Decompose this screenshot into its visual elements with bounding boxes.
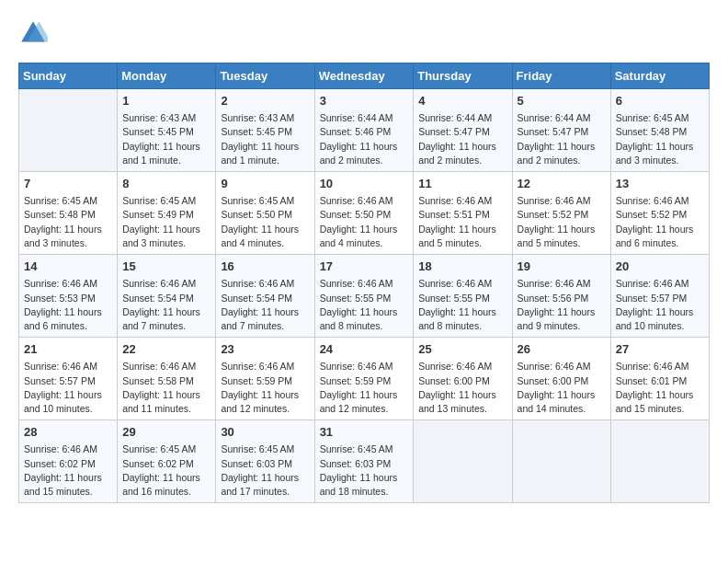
day-info: Sunrise: 6:46 AMSunset: 5:59 PMDaylight:… — [221, 360, 309, 416]
day-number: 10 — [320, 176, 409, 192]
header-row: SundayMondayTuesdayWednesdayThursdayFrid… — [19, 63, 710, 89]
calendar-cell: 15Sunrise: 6:46 AMSunset: 5:54 PMDayligh… — [118, 255, 216, 338]
calendar-cell: 19Sunrise: 6:46 AMSunset: 5:56 PMDayligh… — [512, 255, 610, 338]
calendar-cell: 17Sunrise: 6:46 AMSunset: 5:55 PMDayligh… — [314, 255, 414, 338]
day-number: 30 — [221, 424, 309, 441]
day-info: Sunrise: 6:46 AMSunset: 5:52 PMDaylight:… — [616, 194, 704, 250]
calendar-cell — [610, 420, 709, 503]
calendar-week-1: 1Sunrise: 6:43 AMSunset: 5:45 PMDaylight… — [19, 89, 710, 172]
day-info: Sunrise: 6:45 AMSunset: 6:03 PMDaylight:… — [221, 442, 309, 499]
day-info: Sunrise: 6:46 AMSunset: 5:55 PMDaylight:… — [418, 277, 506, 333]
day-number: 4 — [418, 93, 506, 109]
day-number: 20 — [616, 259, 704, 275]
calendar-cell: 22Sunrise: 6:46 AMSunset: 5:58 PMDayligh… — [118, 338, 216, 420]
header-cell-sunday: Sunday — [19, 63, 118, 89]
day-number: 3 — [320, 93, 409, 109]
calendar-cell: 24Sunrise: 6:46 AMSunset: 5:59 PMDayligh… — [314, 338, 414, 420]
day-number: 6 — [616, 93, 704, 109]
day-info: Sunrise: 6:45 AMSunset: 6:03 PMDaylight:… — [320, 442, 409, 499]
calendar-cell: 12Sunrise: 6:46 AMSunset: 5:52 PMDayligh… — [512, 172, 610, 255]
calendar-cell: 11Sunrise: 6:46 AMSunset: 5:51 PMDayligh… — [414, 172, 512, 255]
calendar-cell: 7Sunrise: 6:45 AMSunset: 5:48 PMDaylight… — [19, 172, 118, 255]
day-info: Sunrise: 6:46 AMSunset: 5:55 PMDaylight:… — [320, 277, 409, 333]
calendar-cell: 20Sunrise: 6:46 AMSunset: 5:57 PMDayligh… — [610, 255, 709, 338]
header-cell-saturday: Saturday — [610, 63, 709, 89]
day-info: Sunrise: 6:44 AMSunset: 5:47 PMDaylight:… — [518, 111, 606, 167]
header-cell-thursday: Thursday — [414, 63, 512, 89]
day-info: Sunrise: 6:44 AMSunset: 5:47 PMDaylight:… — [418, 111, 506, 167]
calendar-cell: 16Sunrise: 6:46 AMSunset: 5:54 PMDayligh… — [216, 255, 314, 338]
day-number: 7 — [24, 176, 112, 192]
page-header — [18, 18, 710, 48]
day-number: 31 — [320, 424, 409, 441]
day-number: 12 — [518, 176, 606, 192]
day-info: Sunrise: 6:45 AMSunset: 5:50 PMDaylight:… — [221, 194, 309, 250]
day-number: 15 — [122, 259, 210, 275]
day-number: 19 — [518, 259, 606, 275]
day-number: 18 — [418, 259, 506, 275]
day-number: 21 — [24, 341, 112, 358]
day-number: 9 — [221, 176, 309, 192]
day-info: Sunrise: 6:46 AMSunset: 5:58 PMDaylight:… — [122, 360, 210, 416]
day-number: 24 — [320, 341, 409, 358]
day-info: Sunrise: 6:46 AMSunset: 5:59 PMDaylight:… — [320, 360, 409, 416]
calendar-cell: 13Sunrise: 6:46 AMSunset: 5:52 PMDayligh… — [610, 172, 709, 255]
calendar-cell — [512, 420, 610, 503]
day-info: Sunrise: 6:45 AMSunset: 5:48 PMDaylight:… — [24, 194, 112, 250]
header-cell-friday: Friday — [512, 63, 610, 89]
day-number: 14 — [24, 259, 112, 275]
calendar-cell: 3Sunrise: 6:44 AMSunset: 5:46 PMDaylight… — [314, 89, 414, 172]
calendar-cell: 30Sunrise: 6:45 AMSunset: 6:03 PMDayligh… — [216, 420, 314, 503]
header-cell-tuesday: Tuesday — [216, 63, 314, 89]
calendar-table: SundayMondayTuesdayWednesdayThursdayFrid… — [18, 63, 710, 503]
calendar-cell: 14Sunrise: 6:46 AMSunset: 5:53 PMDayligh… — [19, 255, 118, 338]
day-number: 27 — [616, 341, 704, 358]
logo-icon — [18, 18, 48, 48]
calendar-cell: 9Sunrise: 6:45 AMSunset: 5:50 PMDaylight… — [216, 172, 314, 255]
day-number: 22 — [122, 341, 210, 358]
day-info: Sunrise: 6:46 AMSunset: 5:57 PMDaylight:… — [616, 277, 704, 333]
day-info: Sunrise: 6:46 AMSunset: 5:51 PMDaylight:… — [418, 194, 506, 250]
day-info: Sunrise: 6:46 AMSunset: 5:57 PMDaylight:… — [24, 360, 112, 416]
calendar-week-4: 21Sunrise: 6:46 AMSunset: 5:57 PMDayligh… — [19, 338, 710, 420]
calendar-cell: 29Sunrise: 6:45 AMSunset: 6:02 PMDayligh… — [118, 420, 216, 503]
calendar-cell — [19, 89, 118, 172]
logo — [18, 18, 51, 48]
calendar-cell — [414, 420, 512, 503]
day-info: Sunrise: 6:46 AMSunset: 5:53 PMDaylight:… — [24, 277, 112, 333]
day-number: 1 — [122, 93, 210, 109]
calendar-cell: 5Sunrise: 6:44 AMSunset: 5:47 PMDaylight… — [512, 89, 610, 172]
day-info: Sunrise: 6:46 AMSunset: 6:01 PMDaylight:… — [616, 360, 704, 416]
day-info: Sunrise: 6:46 AMSunset: 6:00 PMDaylight:… — [518, 360, 606, 416]
calendar-week-2: 7Sunrise: 6:45 AMSunset: 5:48 PMDaylight… — [19, 172, 710, 255]
calendar-week-5: 28Sunrise: 6:46 AMSunset: 6:02 PMDayligh… — [19, 420, 710, 503]
day-info: Sunrise: 6:46 AMSunset: 5:50 PMDaylight:… — [320, 194, 409, 250]
day-number: 23 — [221, 341, 309, 358]
day-number: 2 — [221, 93, 309, 109]
day-number: 13 — [616, 176, 704, 192]
day-number: 28 — [24, 424, 112, 441]
day-info: Sunrise: 6:43 AMSunset: 5:45 PMDaylight:… — [122, 111, 210, 167]
calendar-cell: 10Sunrise: 6:46 AMSunset: 5:50 PMDayligh… — [314, 172, 414, 255]
calendar-cell: 2Sunrise: 6:43 AMSunset: 5:45 PMDaylight… — [216, 89, 314, 172]
calendar-cell: 27Sunrise: 6:46 AMSunset: 6:01 PMDayligh… — [610, 338, 709, 420]
day-info: Sunrise: 6:46 AMSunset: 5:56 PMDaylight:… — [518, 277, 606, 333]
calendar-header: SundayMondayTuesdayWednesdayThursdayFrid… — [19, 63, 710, 89]
calendar-cell: 26Sunrise: 6:46 AMSunset: 6:00 PMDayligh… — [512, 338, 610, 420]
day-info: Sunrise: 6:44 AMSunset: 5:46 PMDaylight:… — [320, 111, 409, 167]
calendar-cell: 1Sunrise: 6:43 AMSunset: 5:45 PMDaylight… — [118, 89, 216, 172]
day-number: 25 — [418, 341, 506, 358]
day-number: 17 — [320, 259, 409, 275]
calendar-cell: 4Sunrise: 6:44 AMSunset: 5:47 PMDaylight… — [414, 89, 512, 172]
day-info: Sunrise: 6:43 AMSunset: 5:45 PMDaylight:… — [221, 111, 309, 167]
calendar-cell: 31Sunrise: 6:45 AMSunset: 6:03 PMDayligh… — [314, 420, 414, 503]
calendar-cell: 23Sunrise: 6:46 AMSunset: 5:59 PMDayligh… — [216, 338, 314, 420]
day-info: Sunrise: 6:45 AMSunset: 5:48 PMDaylight:… — [616, 111, 704, 167]
calendar-cell: 18Sunrise: 6:46 AMSunset: 5:55 PMDayligh… — [414, 255, 512, 338]
calendar-cell: 21Sunrise: 6:46 AMSunset: 5:57 PMDayligh… — [19, 338, 118, 420]
calendar-body: 1Sunrise: 6:43 AMSunset: 5:45 PMDaylight… — [19, 89, 710, 503]
day-number: 26 — [518, 341, 606, 358]
calendar-cell: 25Sunrise: 6:46 AMSunset: 6:00 PMDayligh… — [414, 338, 512, 420]
day-info: Sunrise: 6:46 AMSunset: 5:52 PMDaylight:… — [518, 194, 606, 250]
day-info: Sunrise: 6:45 AMSunset: 5:49 PMDaylight:… — [122, 194, 210, 250]
